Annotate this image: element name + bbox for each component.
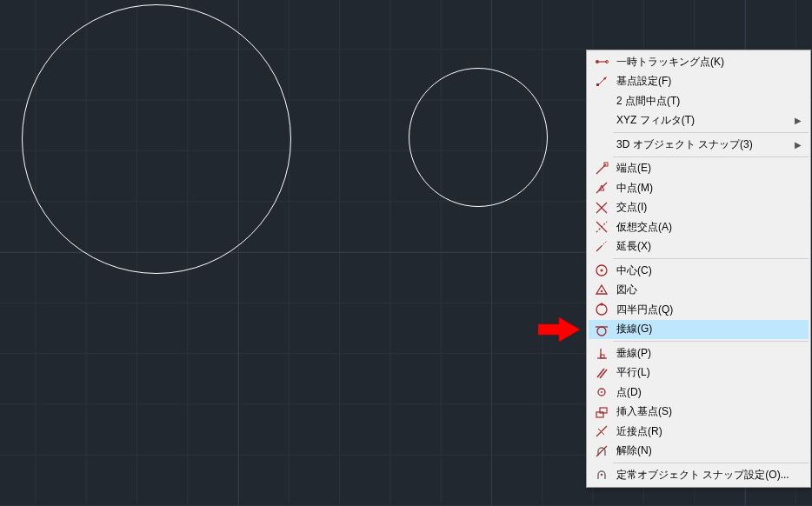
svg-marker-22 xyxy=(600,303,603,306)
menu-item-label: 一時トラッキング点(K) xyxy=(616,55,802,70)
menu-item-label: 垂線(P) xyxy=(616,346,802,361)
svg-point-18 xyxy=(601,270,603,272)
menu-item-label: 端点(E) xyxy=(616,161,802,176)
menu-item-14[interactable]: 垂線(P) xyxy=(589,343,809,363)
menu-item-label: 接線(G) xyxy=(616,322,802,336)
node-icon xyxy=(592,383,611,402)
tangent-icon xyxy=(592,320,611,339)
svg-line-9 xyxy=(596,183,607,193)
parallel-icon xyxy=(592,363,611,383)
svg-point-20 xyxy=(601,290,602,292)
menu-item-label: 仮想交点(A) xyxy=(616,220,802,235)
menu-separator xyxy=(613,258,809,259)
menu-item-20[interactable]: 定常オブジェクト スナップ設定(O)... xyxy=(589,465,809,485)
svg-point-23 xyxy=(597,327,606,336)
osnap-settings-icon xyxy=(592,465,611,484)
svg-line-15 xyxy=(596,246,602,251)
menu-item-label: 定常オブジェクト スナップ設定(O)... xyxy=(616,468,802,483)
menu-item-label: 近接点(R) xyxy=(616,424,802,439)
appintersect-icon xyxy=(592,217,611,236)
endpoint-icon xyxy=(592,159,611,178)
menu-item-label: XYZ フィルタ(T) xyxy=(616,113,795,128)
svg-line-5 xyxy=(599,78,605,84)
geocenter-icon xyxy=(592,281,611,300)
svg-marker-0 xyxy=(538,317,580,342)
menu-item-17[interactable]: 挿入基点(S) xyxy=(589,403,809,423)
menu-item-1[interactable]: 基点設定(F) xyxy=(589,72,809,92)
circle-2[interactable] xyxy=(409,68,548,207)
menu-separator xyxy=(613,156,809,157)
none-icon xyxy=(592,442,611,461)
menu-item-0[interactable]: 一時トラッキング点(K) xyxy=(589,52,809,72)
blank-icon xyxy=(592,111,611,130)
menu-item-18[interactable]: 近接点(R) xyxy=(589,422,809,442)
menu-item-13[interactable]: 接線(G) xyxy=(589,320,809,340)
menu-item-8[interactable]: 仮想交点(A) xyxy=(589,217,809,237)
menu-item-label: 3D オブジェクト スナップ(3) xyxy=(616,137,795,152)
circle-1[interactable] xyxy=(22,4,291,274)
menu-item-4[interactable]: 3D オブジェクト スナップ(3)▶ xyxy=(589,135,809,155)
from-icon xyxy=(592,72,611,91)
nearest-icon xyxy=(592,422,611,441)
menu-separator xyxy=(613,341,809,342)
center-icon xyxy=(592,261,611,280)
menu-item-2[interactable]: 2 点間中点(T) xyxy=(589,91,809,111)
menu-item-16[interactable]: 点(D) xyxy=(589,383,809,403)
blank-icon xyxy=(592,135,611,154)
menu-item-label: 2 点間中点(T) xyxy=(616,94,802,109)
menu-item-label: 解除(N) xyxy=(616,443,802,458)
menu-item-label: 延長(X) xyxy=(616,239,802,254)
submenu-arrow-icon: ▶ xyxy=(795,116,802,125)
quadrant-icon xyxy=(592,300,611,319)
temp-track-icon xyxy=(592,52,611,71)
osnap-context-menu: 一時トラッキング点(K)基点設定(F)2 点間中点(T)XYZ フィルタ(T)▶… xyxy=(586,50,811,488)
menu-item-label: 平行(L) xyxy=(616,365,802,380)
midpoint-icon xyxy=(592,178,611,197)
menu-item-label: 基点設定(F) xyxy=(616,74,802,89)
svg-line-16 xyxy=(602,241,607,246)
menu-item-15[interactable]: 平行(L) xyxy=(589,363,809,383)
menu-item-6[interactable]: 中点(M) xyxy=(589,178,809,198)
svg-rect-4 xyxy=(596,83,599,86)
menu-item-label: 交点(I) xyxy=(616,200,802,215)
menu-item-label: 中点(M) xyxy=(616,181,802,196)
menu-item-label: 点(D) xyxy=(616,385,802,400)
intersect-icon xyxy=(592,198,611,217)
menu-item-11[interactable]: 図心 xyxy=(589,281,809,301)
svg-marker-19 xyxy=(596,285,607,294)
svg-line-28 xyxy=(597,369,604,377)
svg-point-42 xyxy=(601,474,602,476)
svg-point-31 xyxy=(601,391,602,393)
submenu-arrow-icon: ▶ xyxy=(795,140,802,150)
svg-point-1 xyxy=(596,60,599,63)
menu-item-9[interactable]: 延長(X) xyxy=(589,237,809,257)
menu-separator xyxy=(613,132,809,133)
extension-icon xyxy=(592,237,611,256)
menu-item-12[interactable]: 四半円点(Q) xyxy=(589,300,809,320)
menu-separator xyxy=(613,463,809,463)
menu-item-3[interactable]: XYZ フィルタ(T)▶ xyxy=(589,111,809,131)
blank-icon xyxy=(592,91,611,110)
perp-icon xyxy=(592,343,611,363)
menu-item-label: 四半円点(Q) xyxy=(616,303,802,317)
menu-item-10[interactable]: 中心(C) xyxy=(589,261,809,281)
highlight-arrow xyxy=(538,316,580,343)
menu-item-19[interactable]: 解除(N) xyxy=(589,442,809,462)
menu-item-7[interactable]: 交点(I) xyxy=(589,198,809,218)
menu-item-label: 図心 xyxy=(616,283,802,297)
menu-item-label: 挿入基点(S) xyxy=(616,404,802,419)
menu-item-label: 中心(C) xyxy=(616,263,802,278)
svg-line-29 xyxy=(600,370,607,378)
menu-item-5[interactable]: 端点(E) xyxy=(589,159,809,179)
insert-icon xyxy=(592,403,611,422)
